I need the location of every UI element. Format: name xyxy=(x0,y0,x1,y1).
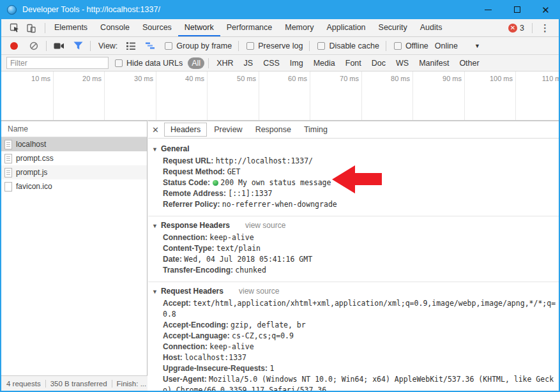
hide-data-urls-label: Hide data URLs xyxy=(126,59,183,68)
divider xyxy=(208,58,209,68)
gridline xyxy=(412,72,413,120)
preserve-log-checkbox[interactable] xyxy=(246,42,254,50)
devtools-app-icon xyxy=(7,5,17,15)
group-by-frame-label: Group by frame xyxy=(176,41,232,50)
filter-input[interactable] xyxy=(6,57,109,69)
disable-cache-checkbox[interactable] xyxy=(317,42,325,50)
group-by-frame-checkbox[interactable] xyxy=(165,42,172,50)
divider xyxy=(45,23,45,33)
throttling-select[interactable]: Online xyxy=(435,41,458,50)
chevron-expanded-icon: ▼ xyxy=(152,223,158,229)
gridline xyxy=(361,72,362,120)
filter-pill-font[interactable]: Font xyxy=(342,57,365,69)
device-toolbar-icon xyxy=(26,23,36,33)
annotation-arrow-icon xyxy=(332,165,382,193)
tab-application[interactable]: Application xyxy=(320,19,372,36)
request-name: favicon.ico xyxy=(16,182,52,191)
status-ok-icon xyxy=(213,180,218,186)
gridline xyxy=(207,72,208,120)
tab-security[interactable]: Security xyxy=(372,19,414,36)
tab-headers[interactable]: Headers xyxy=(164,123,207,137)
gridline xyxy=(156,72,156,120)
section-title: Request Headers xyxy=(161,287,223,296)
tab-audits[interactable]: Audits xyxy=(414,19,449,36)
divider xyxy=(46,41,47,51)
error-count: 3 xyxy=(520,24,524,33)
filter-pill-manifest[interactable]: Manifest xyxy=(415,57,453,69)
section-title: Response Headers xyxy=(161,221,230,230)
minimize-button[interactable] xyxy=(474,0,503,19)
filter-pill-js[interactable]: JS xyxy=(240,57,257,69)
document-icon xyxy=(4,154,12,163)
maximize-button[interactable] xyxy=(503,0,531,19)
tab-elements[interactable]: Elements xyxy=(48,19,94,36)
filter-pill-ws[interactable]: WS xyxy=(392,57,412,69)
request-headers-items: Accept: text/html,application/xhtml+xml,… xyxy=(148,298,559,391)
waterfall-icon xyxy=(145,41,155,50)
filter-pill-all[interactable]: All xyxy=(188,57,204,69)
view-label: View: xyxy=(98,41,117,50)
divider xyxy=(148,216,559,216)
tick-label: 90 ms xyxy=(443,75,464,82)
header-item: Upgrade-Insecure-Requests: 1 xyxy=(163,363,556,374)
tab-network[interactable]: Network xyxy=(178,19,220,36)
request-name: localhost xyxy=(16,140,46,149)
view-source-link[interactable]: view source xyxy=(245,221,285,230)
tick-label: 40 ms xyxy=(185,75,207,82)
request-row-prompt-css[interactable]: prompt.css xyxy=(1,151,147,165)
error-badge-icon[interactable]: ✕ xyxy=(508,24,517,33)
request-row-localhost[interactable]: localhost xyxy=(1,137,147,151)
filter-toggle-button[interactable] xyxy=(73,41,83,50)
header-item: Accept: text/html,application/xhtml+xml,… xyxy=(163,298,556,320)
devtools-tab-bar: Elements Console Sources Network Perform… xyxy=(1,19,559,37)
tab-console[interactable]: Console xyxy=(94,19,136,36)
record-button[interactable] xyxy=(10,42,18,50)
general-section-header[interactable]: ▼ General xyxy=(148,142,559,155)
offline-label: Offline xyxy=(405,41,428,50)
header-item: Connection: keep-alive xyxy=(163,232,556,243)
camera-icon xyxy=(54,42,64,50)
tab-response[interactable]: Response xyxy=(250,123,297,136)
filter-pill-doc[interactable]: Doc xyxy=(368,57,390,69)
close-details-button[interactable]: ✕ xyxy=(148,125,164,135)
filter-pill-css[interactable]: CSS xyxy=(259,57,284,69)
filter-pill-xhr[interactable]: XHR xyxy=(213,57,237,69)
request-row-favicon-ico[interactable]: favicon.ico xyxy=(1,179,147,193)
offline-checkbox[interactable] xyxy=(394,42,402,50)
header-item: Content-Type: text/plain xyxy=(163,243,556,254)
tick-label: 30 ms xyxy=(134,75,156,82)
filter-pill-img[interactable]: Img xyxy=(286,57,307,69)
tab-timing[interactable]: Timing xyxy=(298,123,333,136)
capture-screenshots-button[interactable] xyxy=(54,42,64,50)
clear-button[interactable] xyxy=(29,41,38,50)
details-tab-bar: ✕ Headers Preview Response Timing xyxy=(148,121,559,139)
close-button[interactable]: ✕ xyxy=(531,0,560,19)
kebab-menu-icon[interactable]: ⋮ xyxy=(535,22,555,34)
filter-pill-media[interactable]: Media xyxy=(310,57,339,69)
response-headers-section-header[interactable]: ▼ Response Headers view source xyxy=(148,219,559,232)
view-source-link[interactable]: view source xyxy=(239,287,279,296)
gridline xyxy=(515,72,516,120)
tab-performance[interactable]: Performance xyxy=(220,19,279,36)
tab-memory[interactable]: Memory xyxy=(278,19,320,36)
name-column-header[interactable]: Name xyxy=(1,121,147,137)
waterfall-toggle[interactable] xyxy=(145,41,155,50)
window-title: Developer Tools - http://localhost:1337/ xyxy=(22,5,160,14)
request-list-panel: Name localhost prompt.css prompt.js favi… xyxy=(1,121,148,391)
device-toolbar-button[interactable] xyxy=(23,20,40,36)
tab-preview[interactable]: Preview xyxy=(208,123,248,136)
inspect-element-button[interactable] xyxy=(6,20,23,36)
disable-cache-label: Disable cache xyxy=(329,41,379,50)
filter-pill-other[interactable]: Other xyxy=(455,57,483,69)
large-rows-toggle[interactable] xyxy=(126,41,136,50)
tick-label: 20 ms xyxy=(82,75,104,82)
window-controls: ✕ xyxy=(474,0,560,19)
tick-label: 110 ms xyxy=(542,75,559,82)
request-headers-section-header[interactable]: ▼ Request Headers view source xyxy=(148,285,559,298)
blank-file-icon xyxy=(4,182,12,192)
network-overview-timeline[interactable]: 10 ms 20 ms 30 ms 40 ms 50 ms 60 ms 70 m… xyxy=(1,72,559,121)
request-row-prompt-js[interactable]: prompt.js xyxy=(1,165,147,179)
tab-sources[interactable]: Sources xyxy=(136,19,178,36)
chevron-down-icon[interactable]: ▼ xyxy=(474,43,480,49)
hide-data-urls-checkbox[interactable] xyxy=(115,59,123,67)
